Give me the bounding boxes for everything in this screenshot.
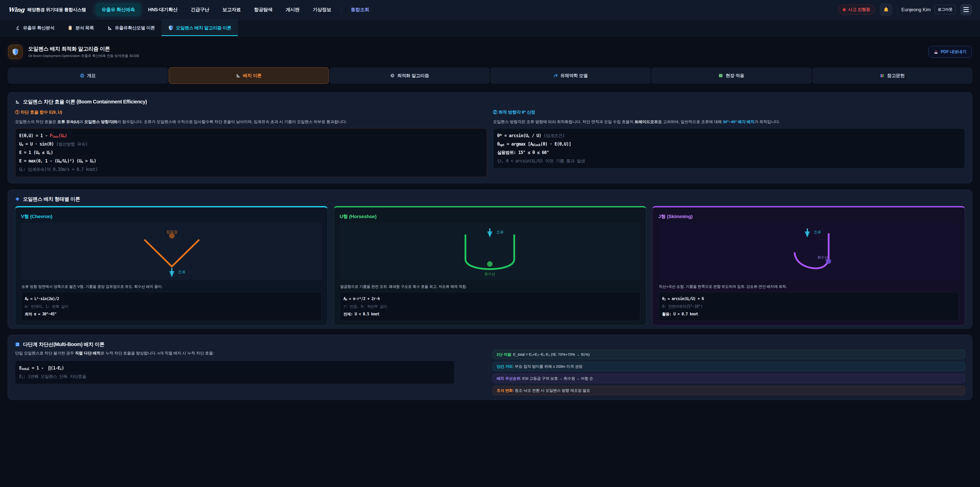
chevron-boom-line [145, 240, 199, 267]
optimal-angle-paragraph: 오일펜스 방향각은 조류 방향에 따라 최적화됩니다. 차단 면적과 오일 수집… [493, 118, 965, 125]
code-line: θopt = argmax [Ablock(θ) · E(θ,U)] [497, 140, 961, 148]
efficiency-function-heading: ① 차단 효율 함수 E(θ, U) [15, 110, 487, 115]
triangular-ruler-icon [236, 73, 240, 78]
user-name: Eunjeong Kim [901, 7, 931, 13]
code-line: 최적 α = 30°~45° [25, 310, 318, 318]
pdf-export-label: PDF 내보내기 [941, 49, 966, 55]
current-label: 조류 [178, 270, 185, 274]
skimming-boom-line [795, 234, 829, 268]
nav-item-board[interactable]: 게시판 [286, 6, 300, 13]
nav-item-aerial-search[interactable]: 항공탐색 [254, 6, 272, 13]
nav-item-integrated-search[interactable]: 통합조회 [351, 6, 369, 13]
page-content: 오일펜스 배치 최적화 알고리즘 이론 Oil Boom Deployment … [0, 36, 980, 400]
code-line: θJ = arcsin(Uc/U) + δ [662, 295, 955, 303]
nav-item-emergency-rescue[interactable]: 긴급구난 [191, 6, 209, 13]
section-tab-overview[interactable]: 개요 [8, 67, 168, 84]
multiboom-left-column: 단일 오일펜스로 차단 불가한 경우 직렬 다단 배치로 누적 차단 효율을 향… [15, 350, 455, 384]
optimal-angle-code: θ* = arcsin(Uc / U) (임계조건) θopt = argmax… [493, 128, 965, 169]
note-text: : E_total = E₁+E₂−E₁·E₂ (예: 70%+70% → 91… [511, 352, 590, 357]
section-tab-deployment-theory[interactable]: 배치 이론 [169, 67, 329, 84]
map-icon [718, 73, 723, 78]
recovery-point-dot [826, 259, 831, 264]
tab-boom-algorithm-theory[interactable]: 오일펜스 배치 알고리즘 이론 [162, 19, 238, 36]
nav-item-weather[interactable]: 기상정보 [313, 6, 331, 13]
efficiency-left-column: ① 차단 효율 함수 E(θ, U) 오일펜스의 차단 효율은 조류 유속(U)… [15, 110, 487, 177]
multiboom-notes: 2단 직렬: E_total = E₁+E₂−E₁·E₂ (예: 70%+70%… [493, 350, 965, 395]
efficiency-function-paragraph: 오일펜스의 차단 효율은 조류 유속(U)과 오일펜스 방향각(θ)의 함수입니… [15, 118, 487, 125]
section-tab-label: 참고문헌 [887, 72, 904, 79]
hamburger-menu-button[interactable] [960, 4, 972, 15]
shape-title: U형 (Horseshoe) [340, 214, 641, 220]
pdf-export-button[interactable]: PDF 내보내기 [928, 46, 972, 58]
section-tab-label: 유체역학 모델 [560, 72, 588, 79]
tab-spill-analysis[interactable]: 유출유 확산분석 [9, 19, 61, 36]
nav-item-reports[interactable]: 보고자료 [223, 6, 241, 13]
code-line: AU = π·r²/2 + 2r·h [344, 295, 637, 303]
section-tab-hydrodynamics[interactable]: 유체역학 모델 [490, 67, 651, 84]
wave-icon [553, 73, 558, 78]
tab-analysis-list[interactable]: 분석 목록 [61, 19, 100, 36]
incident-dot-icon [843, 8, 845, 11]
divider [341, 6, 341, 14]
shape-description: 직선+곡선 조합. 기름을 한쪽으로 편향 유도하여 집유. 강조류·연안 배치… [659, 283, 959, 290]
sub-tab-bar: 유출유 확산분석 분석 목록 유출유확산모델 이론 오일펜스 배치 알고리즘 이… [0, 19, 980, 36]
code-line: E(θ,U) = 1 - Floss(Un) [19, 131, 483, 140]
navbar-right: 사고 진행중 Eunjeong Kim 로그아웃 [838, 3, 972, 16]
note-text: : ESI 고등급 구역 보호 → 취수원 → 어항 순 [520, 376, 593, 381]
section-tab-label: 최적화 알고리즘 [397, 72, 429, 79]
note-label: 조석 변화 [496, 388, 513, 393]
numbers-icon: 1234 [15, 342, 20, 347]
gear-icon [390, 73, 395, 78]
code-line: θ* = arcsin(Uc / U) (임계조건) [497, 131, 961, 140]
section-tab-field-application[interactable]: 현장 적용 [651, 67, 811, 84]
section-tab-references[interactable]: 참고문헌 [812, 67, 973, 84]
code-line: α: 반개각, L: 편측 길이 [25, 303, 318, 310]
card-title: 오일펜스 차단 효율 이론 (Boom Containment Efficien… [23, 99, 147, 105]
tab-label: 유출유 확산분석 [23, 25, 54, 31]
recovery-point-dot [487, 261, 492, 267]
section-tab-optimization[interactable]: 최적화 알고리즘 [329, 67, 490, 84]
horseshoe-shape-card: U형 (Horseshoe) 조류 회수선 말굽형으로 기름을 완전 포위. 폐… [334, 206, 646, 325]
shield-icon [168, 25, 173, 30]
code-line: E = 1 (Un ≤ Uc) [19, 148, 483, 157]
section-tab-label: 배치 이론 [243, 72, 262, 79]
code-line: 활용: U > 0.7 knot [662, 310, 955, 318]
globe-icon [80, 73, 84, 78]
section-tab-bar: 개요 배치 이론 최적화 알고리즘 유체역학 모델 현장 적용 참고문헌 [8, 67, 972, 84]
code-line: δ: 안전여유각(5°~10°) [662, 303, 955, 310]
skimming-code: θJ = arcsin(Uc/U) + δ δ: 안전여유각(5°~10°) 활… [658, 292, 959, 321]
horseshoe-code: AU = π·r²/2 + 2r·h r: 반경, h: 직선부 길이 전제: … [340, 292, 641, 321]
skimming-diagram-svg: 조류 회수선 [658, 223, 959, 280]
code-line: 단, θ < arcsin(Uc/U) 이면 기름 통과 발생 [497, 157, 961, 165]
clipboard-icon [68, 25, 73, 30]
recovery-line-label: 회수선 [818, 255, 829, 259]
horseshoe-diagram-svg: 조류 회수선 [340, 223, 641, 280]
incident-status-badge[interactable]: 사고 진행중 [838, 5, 875, 14]
notifications-button[interactable] [880, 3, 892, 16]
note-two-stage: 2단 직렬: E_total = E₁+E₂−E₁·E₂ (예: 70%+70%… [493, 350, 965, 359]
optimal-angle-heading: ② 최적 방향각 θ* 산정 [493, 110, 965, 115]
tab-diffusion-model-theory[interactable]: 유출유확산모델 이론 [100, 19, 162, 36]
brand-logo: Wing [8, 6, 24, 13]
shape-description: 말굽형으로 기름을 완전 포위. 폐쇄형 구조로 회수 효율 최고. 저조류 해… [340, 283, 640, 290]
outbox-icon [934, 50, 938, 54]
collection-point-dot [169, 233, 175, 238]
hamburger-icon [963, 7, 969, 8]
brand[interactable]: Wing 해양환경 위기대응 통합시스템 [8, 6, 86, 13]
card-header: 1234 다단계 차단선(Multi-Boom) 배치 이론 [15, 341, 965, 347]
multiboom-grid: 단일 오일펜스로 차단 불가한 경우 직렬 다단 배치로 누적 차단 효율을 향… [15, 350, 965, 395]
section-tab-label: 개요 [87, 72, 96, 79]
note-label: 2단 직렬 [496, 352, 511, 357]
deployment-shapes-card: 오일펜스 배치 형태별 이론 V형 (Chevron) 집유점 조류 조류 방향… [8, 190, 972, 329]
incident-badge-label: 사고 진행중 [848, 6, 870, 13]
code-line: Uc: 임계유속(약 0.35m/s = 0.7 knot) [19, 165, 483, 174]
page-title: 오일펜스 배치 최적화 알고리즘 이론 [28, 45, 139, 52]
code-line: Ei: i번째 오일펜스 단독 차단효율 [19, 372, 450, 381]
current-label: 조류 [496, 230, 504, 234]
nav-item-hns[interactable]: HNS·대기확산 [148, 6, 177, 13]
horseshoe-diagram: 조류 회수선 [340, 223, 641, 280]
logout-button[interactable]: 로그아웃 [935, 5, 956, 14]
chevron-diagram-svg: 집유점 조류 [21, 223, 322, 280]
primary-nav: 유출유 확산예측 HNS·대기확산 긴급구난 보고자료 항공탐색 게시판 기상정… [102, 3, 369, 16]
nav-item-oil-spill-prediction[interactable]: 유출유 확산예측 [95, 3, 141, 16]
